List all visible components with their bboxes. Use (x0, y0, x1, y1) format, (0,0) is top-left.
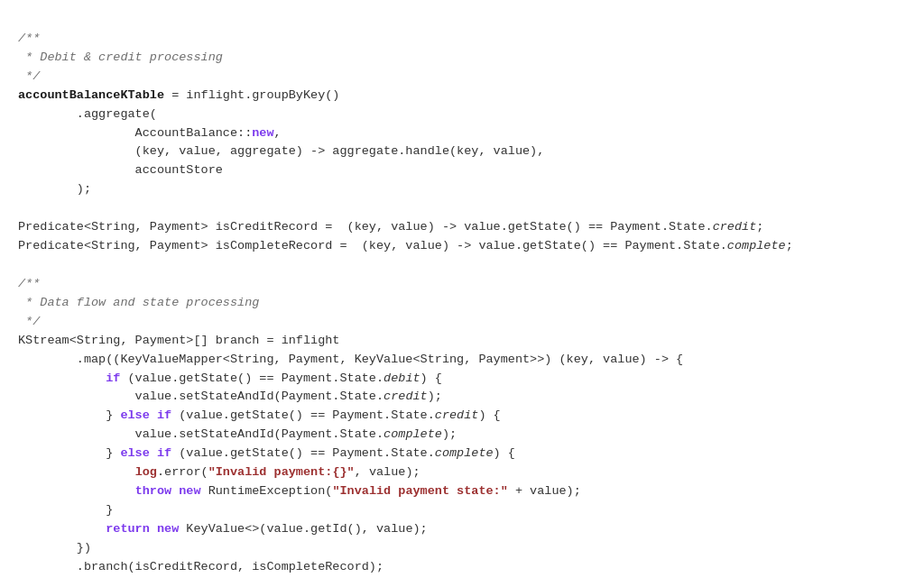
code-content: /** * Debit & credit processing */ accou… (18, 11, 906, 587)
code-editor: /** * Debit & credit processing */ accou… (0, 0, 924, 587)
